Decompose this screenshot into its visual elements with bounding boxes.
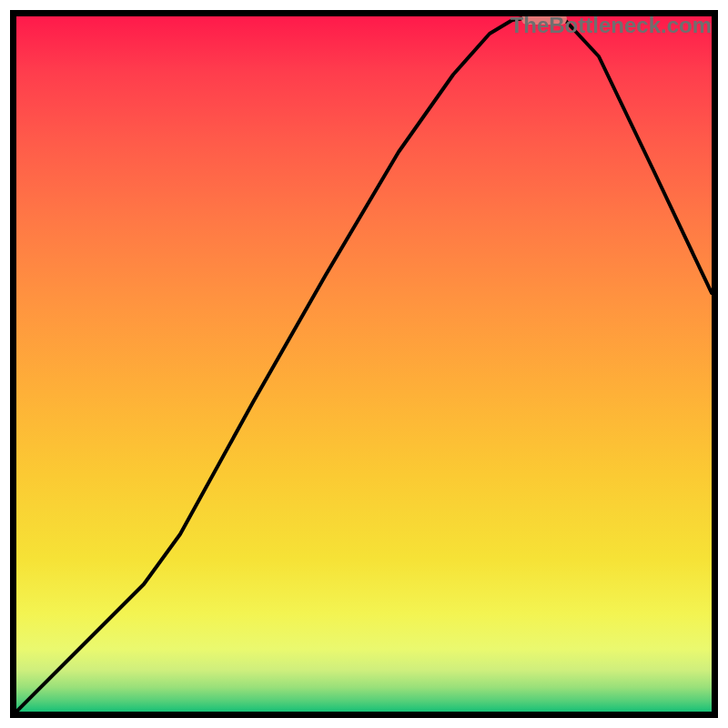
chart-frame [10, 10, 718, 718]
heat-gradient [16, 16, 712, 712]
watermark-text: TheBottleneck.com [511, 13, 712, 38]
chart-stage: TheBottleneck.com [0, 0, 728, 728]
